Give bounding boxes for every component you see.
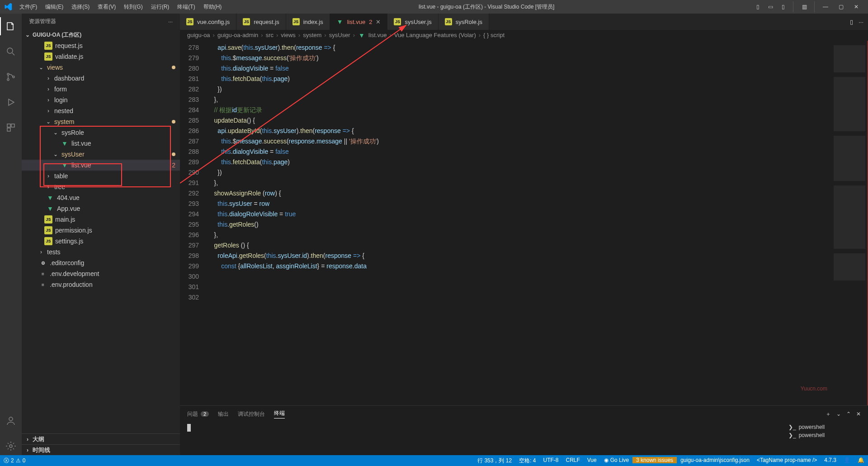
menu-edit[interactable]: 编辑(E): [42, 1, 67, 13]
file-404-vue[interactable]: ▼404.vue: [22, 192, 180, 203]
code-editor[interactable]: 2782792802812822832842852862872882892902…: [180, 41, 868, 405]
layout-secondary-icon[interactable]: ▯: [778, 1, 788, 12]
minimize-icon[interactable]: —: [820, 1, 831, 12]
status-errors[interactable]: ⓧ2⚠0: [0, 455, 29, 466]
panel-tab-terminal[interactable]: 终端: [274, 409, 285, 418]
status-jsconfig[interactable]: guigu-oa-admin\jsconfig.json: [677, 457, 753, 463]
chevron-right-icon: ›: [45, 86, 52, 92]
status-notifications-icon[interactable]: 🔔: [854, 457, 868, 463]
folder-sysrole[interactable]: ⌄sysRole: [22, 127, 180, 138]
layout-customize-icon[interactable]: ▥: [799, 1, 810, 12]
svg-rect-6: [7, 128, 10, 131]
menu-view[interactable]: 查看(V): [94, 1, 119, 13]
activity-account-icon[interactable]: [0, 412, 22, 430]
file-tree: JSrequest.js JSvalidate.js ⌄views ›dashb…: [22, 40, 180, 433]
activity-extensions-icon[interactable]: [0, 119, 22, 137]
menu-run[interactable]: 运行(R): [147, 1, 173, 13]
panel-tab-problems[interactable]: 问题2: [187, 410, 209, 418]
menu-go[interactable]: 转到(G): [120, 1, 146, 13]
activity-settings-icon[interactable]: [0, 437, 22, 455]
tab-list-vue[interactable]: ▼list.vue2✕: [330, 14, 388, 30]
folder-form[interactable]: ›form: [22, 84, 180, 95]
status-cursor[interactable]: 行 353，列 12: [474, 457, 515, 465]
error-count: 2: [172, 162, 175, 169]
folder-sysuser[interactable]: ⌄sysUser: [22, 149, 180, 160]
status-tagname[interactable]: <TagName prop-name />: [753, 457, 821, 463]
layout-primary-icon[interactable]: ▯: [752, 1, 763, 12]
activity-debug-icon[interactable]: [0, 93, 22, 111]
activity-bar: [0, 14, 22, 455]
outline-header[interactable]: ›大纲: [22, 433, 180, 444]
maximize-icon[interactable]: ▢: [835, 1, 846, 12]
activity-explorer-icon[interactable]: [0, 17, 22, 35]
file-editorconfig[interactable]: ⚙.editorconfig: [22, 257, 180, 268]
activity-search-icon[interactable]: [0, 43, 22, 61]
status-eol[interactable]: CRLF: [562, 457, 583, 463]
file-validate-js[interactable]: JSvalidate.js: [22, 51, 180, 62]
chevron-right-icon: ›: [45, 108, 52, 114]
file-sysrole-list-vue[interactable]: ▼list.vue: [22, 138, 180, 149]
tab-request[interactable]: JSrequest.js: [236, 14, 286, 30]
vue-icon: ▼: [46, 194, 54, 202]
chevron-down-icon: ⌄: [24, 32, 31, 38]
panel-tab-debug[interactable]: 调试控制台: [238, 410, 265, 418]
maximize-panel-icon[interactable]: ⌃: [846, 411, 851, 417]
folder-nested[interactable]: ›nested: [22, 105, 180, 116]
folder-dashboard[interactable]: ›dashboard: [22, 73, 180, 84]
close-icon[interactable]: ✕: [851, 1, 862, 12]
status-issues[interactable]: 3 known issues: [632, 457, 677, 463]
file-main-js[interactable]: JSmain.js: [22, 214, 180, 225]
more-icon[interactable]: ···: [859, 19, 863, 25]
terminal-content[interactable]: [187, 424, 788, 453]
folder-views[interactable]: ⌄views: [22, 62, 180, 73]
timeline-header[interactable]: ›时间线: [22, 444, 180, 455]
tab-sysrole[interactable]: JSsysRole.js: [439, 14, 489, 30]
terminal-list: ❯_powershell ❯_powershell: [788, 424, 861, 453]
terminal-instance[interactable]: ❯_powershell: [788, 432, 861, 438]
folder-tree[interactable]: ›tree: [22, 181, 180, 192]
terminal-instance[interactable]: ❯_powershell: [788, 424, 861, 430]
panel-tab-output[interactable]: 输出: [218, 410, 229, 418]
folder-system[interactable]: ⌄system: [22, 116, 180, 127]
status-feedback-icon[interactable]: 👤: [840, 457, 854, 463]
menu-help[interactable]: 帮助(H): [200, 1, 226, 13]
tab-index[interactable]: JSindex.js: [286, 14, 330, 30]
file-sysuser-list-vue[interactable]: ▼list.vue2: [22, 160, 180, 171]
menu-file[interactable]: 文件(F): [16, 1, 41, 13]
terminal-dropdown-icon[interactable]: ⌄: [836, 411, 841, 417]
file-env-development[interactable]: ≡.env.development: [22, 268, 180, 279]
workspace-header[interactable]: ⌄ GUIGU-OA (工作区): [22, 29, 180, 40]
split-editor-icon[interactable]: ▯: [850, 19, 853, 25]
tab-sysuser[interactable]: JSsysUser.js: [387, 14, 438, 30]
vue-icon: ▼: [61, 161, 69, 169]
status-language[interactable]: Vue: [584, 457, 600, 463]
folder-table[interactable]: ›table: [22, 171, 180, 181]
file-request-js[interactable]: JSrequest.js: [22, 40, 180, 51]
status-encoding[interactable]: UTF-8: [539, 457, 562, 463]
bottom-panel: 问题2 输出 调试控制台 终端 ＋ ⌄ ⌃ ✕ ❯_powershell ❯_p…: [180, 405, 868, 455]
menu-selection[interactable]: 选择(S): [68, 1, 93, 13]
minimap[interactable]: [832, 41, 868, 405]
folder-tests[interactable]: ›tests: [22, 247, 180, 257]
status-golive[interactable]: ◉Go Live: [600, 457, 632, 463]
close-panel-icon[interactable]: ✕: [856, 411, 861, 417]
new-terminal-icon[interactable]: ＋: [826, 410, 831, 418]
close-tab-icon[interactable]: ✕: [376, 19, 381, 25]
tab-vue-config[interactable]: JSvue.config.js: [180, 14, 236, 30]
file-icon: ≡: [39, 281, 47, 289]
more-icon[interactable]: ···: [168, 19, 173, 25]
status-version[interactable]: 4.7.3: [821, 457, 840, 463]
menu-terminal[interactable]: 终端(T): [174, 1, 198, 13]
file-settings-js[interactable]: JSsettings.js: [22, 236, 180, 247]
status-spaces[interactable]: 空格: 4: [515, 457, 539, 465]
activity-scm-icon[interactable]: [0, 68, 22, 86]
vue-icon: ▼: [46, 204, 54, 213]
code-text[interactable]: api.save(this.sysUser).then(response => …: [207, 41, 832, 405]
explorer-header: 资源管理器 ···: [22, 14, 180, 29]
file-app-vue[interactable]: ▼App.vue: [22, 203, 180, 214]
file-permission-js[interactable]: JSpermission.js: [22, 225, 180, 236]
folder-login[interactable]: ›login: [22, 95, 180, 105]
layout-panel-icon[interactable]: ▭: [765, 1, 776, 12]
file-env-production[interactable]: ≡.env.production: [22, 279, 180, 290]
breadcrumbs[interactable]: guigu-oa› guigu-oa-admin› src› views› sy…: [180, 30, 868, 41]
